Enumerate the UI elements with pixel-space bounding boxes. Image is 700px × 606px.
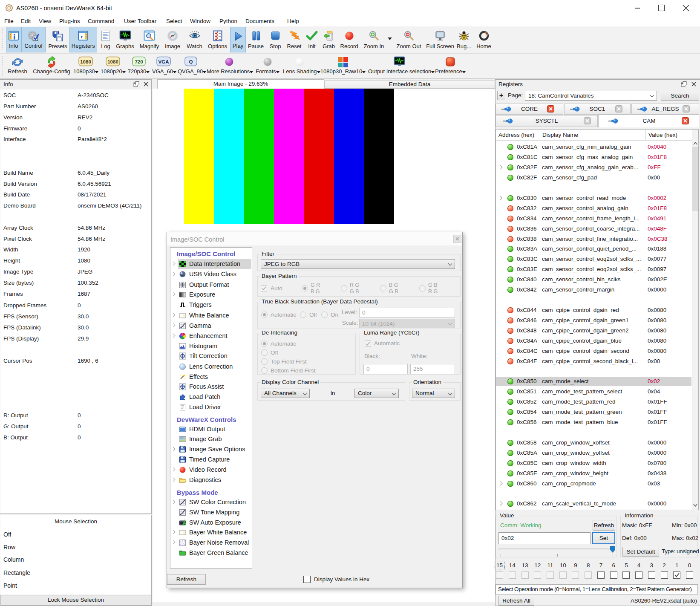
svg-text:VGA: VGA xyxy=(158,59,169,64)
svg-text:r: r xyxy=(81,33,83,40)
svg-text:1080: 1080 xyxy=(107,59,118,64)
svg-text:720: 720 xyxy=(135,59,143,64)
svg-text:Q: Q xyxy=(189,59,193,64)
svg-text:1080: 1080 xyxy=(80,59,91,64)
